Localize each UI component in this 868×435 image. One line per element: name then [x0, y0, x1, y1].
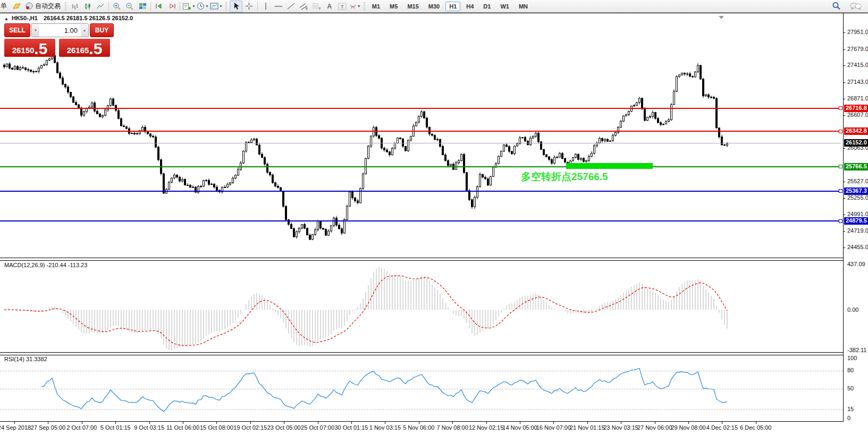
timeframe-m5[interactable]: M5 [386, 2, 401, 11]
toolbar-grip[interactable] [364, 2, 365, 11]
rsi-label: RSI(14) 31.3382 [4, 356, 47, 362]
autotrade-label: 自动交易 [35, 2, 61, 11]
journal-icon [12, 3, 21, 10]
date-label: 7 Nov 08:00 [437, 424, 468, 431]
timeframe-h1[interactable]: H1 [445, 2, 460, 11]
date-axis[interactable]: 24 Sep 201827 Sep 05:002 Oct 07:005 Oct … [0, 0, 868, 435]
journal-button[interactable] [11, 1, 22, 12]
timeframe-mn[interactable]: MN [515, 2, 532, 11]
auto-scroll-icon [155, 3, 163, 10]
tile-windows-icon [139, 3, 147, 10]
line-chart-button[interactable] [95, 1, 106, 12]
templates-button[interactable]: ▼ [210, 1, 223, 12]
new-order-button[interactable]: 单 [0, 1, 10, 12]
svg-text:E: E [306, 7, 308, 10]
clock-icon [197, 2, 205, 10]
zoom-out-icon [125, 2, 134, 11]
chart-shift-button[interactable] [166, 1, 178, 12]
channel-icon: E [299, 3, 308, 10]
autotrade-icon [25, 2, 33, 10]
toolbar-separator [180, 2, 180, 11]
new-chart-button[interactable]: ▼ [182, 1, 196, 12]
volume-stepper: ▼ 1.00 ▲ [31, 23, 89, 37]
date-tick-mark [149, 421, 150, 424]
sell-price-display[interactable]: 26150.5 [4, 39, 55, 57]
line-chart-icon [97, 3, 105, 10]
timeframe-w1[interactable]: W1 [496, 2, 513, 11]
auto-scroll-button[interactable] [153, 1, 165, 12]
trendline-button[interactable] [285, 1, 297, 12]
macd-panel-separator[interactable] [0, 258, 843, 261]
date-label: 5 Nov 06:00 [403, 424, 434, 431]
zoom-out-button[interactable] [124, 1, 136, 12]
collapse-marker-icon[interactable]: ▲ [4, 16, 9, 21]
date-tick-mark [486, 421, 487, 424]
vertical-line-button[interactable] [260, 1, 272, 12]
date-tick-mark [82, 421, 82, 424]
cursor-button[interactable] [230, 1, 242, 12]
crosshair-button[interactable] [243, 1, 255, 12]
date-tick-mark [183, 421, 183, 424]
fibonacci-button[interactable]: F [311, 1, 323, 12]
rsi-panel-separator[interactable] [0, 352, 843, 355]
timeframe-m30[interactable]: M30 [425, 2, 443, 11]
macd-label: MACD(12,26,9) -210.44 -113.23 [4, 262, 87, 268]
timeframe-m1[interactable]: M1 [368, 2, 384, 11]
channel-button[interactable]: E [298, 1, 310, 12]
text-tool-icon: A [327, 3, 332, 10]
periods-button[interactable]: ▼ [197, 1, 209, 12]
autotrade-button[interactable]: 自动交易 [23, 1, 62, 12]
chevron-down-icon: ▼ [357, 4, 361, 8]
zoom-in-button[interactable] [111, 1, 123, 12]
date-label: 2 Oct 07:00 [66, 424, 97, 431]
date-label: 6 Dec 05:00 [740, 424, 771, 431]
date-tick-mark [216, 421, 217, 424]
date-tick-mark [351, 421, 352, 424]
date-tick-mark [115, 421, 116, 424]
toolbar-separator [257, 2, 258, 11]
volume-decrease-button[interactable]: ▼ [32, 24, 39, 37]
pivot-annotation-text[interactable]: 多空转折点25766.5 [521, 170, 608, 184]
trendline-icon [287, 3, 295, 10]
date-label: 5 Oct 01:15 [100, 424, 131, 431]
date-tick-mark [318, 421, 318, 424]
crosshair-icon [245, 2, 253, 10]
timeframe-d1[interactable]: D1 [479, 2, 494, 11]
toolbar-grip[interactable] [225, 2, 227, 11]
date-label: 23 Oct 05:00 [267, 424, 301, 431]
date-tick-mark [419, 421, 419, 424]
arrows-tool-button[interactable]: ▼ [349, 1, 361, 12]
bar-chart-button[interactable] [69, 1, 81, 12]
toolbar-grip[interactable] [65, 2, 66, 11]
date-label: 30 Oct 01:15 [335, 424, 368, 431]
date-tick-mark [756, 421, 756, 424]
zoom-in-icon [113, 2, 121, 11]
chat-icon [849, 2, 862, 11]
date-label: 27 Sep 05:00 [31, 424, 65, 431]
volume-input[interactable]: 1.00 [39, 24, 81, 37]
one-click-trading-panel: SELL ▼ 1.00 ▲ BUY 26150.5 26165.5 [4, 23, 114, 57]
chat-button[interactable] [849, 1, 862, 12]
mt4-window: 单 自动交易 [0, 0, 868, 435]
date-tick-mark [722, 421, 722, 424]
date-label: 24 Sep 2018 [0, 424, 31, 431]
tile-windows-button[interactable] [137, 1, 148, 12]
date-label: 21 Nov 01:15 [570, 424, 604, 431]
chevron-down-icon: ▼ [219, 4, 223, 8]
label-tool-button[interactable]: T [336, 1, 348, 12]
buy-price-display[interactable]: 26165.5 [59, 39, 110, 57]
timeframe-m15[interactable]: M15 [403, 2, 422, 11]
volume-increase-button[interactable]: ▲ [81, 24, 88, 37]
horizontal-line-button[interactable] [273, 1, 284, 12]
buy-button[interactable]: BUY [90, 23, 114, 37]
candlestick-chart-button[interactable] [82, 1, 94, 12]
timeframe-h4[interactable]: H4 [462, 2, 477, 11]
sell-button[interactable]: SELL [4, 23, 30, 37]
search-button[interactable] [831, 1, 842, 12]
chevron-down-icon: ▼ [205, 4, 209, 8]
date-tick-mark [553, 421, 554, 424]
text-tool-button[interactable]: A [324, 1, 335, 12]
date-label: 19 Oct 02:15 [233, 424, 267, 431]
date-label: 9 Oct 03:15 [134, 424, 164, 431]
sell-price-frac: .5 [34, 41, 47, 56]
